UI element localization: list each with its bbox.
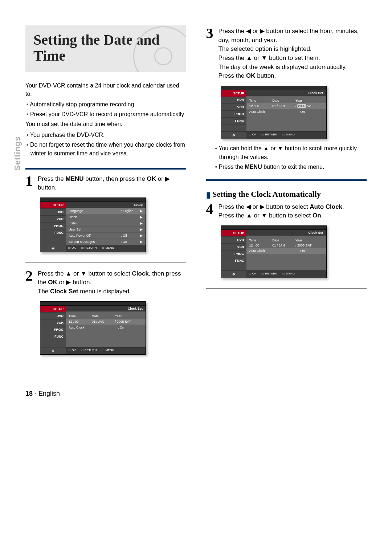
page-number: 18	[25, 390, 33, 397]
title-box: Setting the Date and Time	[25, 25, 186, 72]
step-number: 2	[25, 269, 34, 296]
step-number: 3	[206, 27, 215, 81]
step-text: Press the ▲ or ▼ button to select Clock,…	[38, 269, 186, 296]
intro2-bullet: You purchase the DVD-VCR.	[30, 131, 186, 139]
intro2-bullet: Do not forget to reset the time when you…	[30, 140, 186, 158]
osd-sidebar-item: PROG	[40, 223, 66, 229]
osd-setup-screenshot: SETUP DVD VCR PROG FUNC Setup Language: …	[40, 197, 146, 252]
divider	[206, 179, 367, 181]
step-2: 2 Press the ▲ or ▼ button to select Cloc…	[25, 269, 186, 296]
osd-header: Setup	[66, 202, 146, 208]
subheading: Setting the Clock Automatically	[206, 190, 367, 200]
osd-row: Language: English▶	[66, 208, 146, 214]
intro-text: Your DVD-VCR contains a 24-hour clock an…	[25, 81, 186, 98]
step-1: 1 Press the MENU button, then press the …	[25, 175, 186, 192]
left-column: Setting the Date and Time Your DVD-VCR c…	[25, 25, 186, 372]
intro-bullet: Preset your DVD-VCR to record a programm…	[30, 110, 186, 119]
intro2-text: You must set the date and time when:	[25, 120, 186, 128]
osd-sidebar-item: VCR	[40, 216, 66, 223]
section-tab: Settings	[13, 136, 22, 171]
step3-note: Press the MENU button to exit the menu.	[219, 163, 367, 171]
step-number: 1	[25, 175, 34, 192]
divider-thin	[25, 365, 186, 365]
step-text: Press the ◀ or ▶ button to select the ho…	[219, 27, 367, 81]
osd-bottom-bar: OKRETURNMENU	[66, 245, 146, 252]
step-3: 3 Press the ◀ or ▶ button to select the …	[206, 27, 367, 81]
step-4: 4 Press the ◀ or ▶ button to select Auto…	[206, 203, 367, 220]
step-text: Press the MENU button, then press the OK…	[38, 175, 186, 192]
osd-clock-screenshot-4: SETUP DVD VCR PROG FUNC Clock Set TimeDa…	[221, 225, 327, 278]
divider	[25, 168, 186, 170]
right-column: 3 Press the ◀ or ▶ button to select the …	[206, 25, 367, 372]
divider-thin	[206, 288, 367, 289]
osd-sidebar-item: DVD	[40, 209, 66, 216]
footer-lang: English	[38, 390, 60, 397]
step-number: 4	[206, 203, 215, 220]
nav-icon: ✥	[40, 245, 66, 252]
osd-clock-screenshot-3: SETUP DVD VCR PROG FUNC Clock Set TimeDa…	[221, 86, 327, 139]
step3-note: You can hold the ▲ or ▼ button to scroll…	[219, 144, 367, 162]
step-text: Press the ◀ or ▶ button to select Auto C…	[219, 203, 344, 220]
page-footer: 18 - English	[25, 390, 367, 398]
osd-sidebar-item: FUNC	[40, 229, 66, 236]
divider-thin	[25, 262, 186, 263]
osd-sidebar-item: SETUP	[40, 202, 66, 209]
intro-bullet: Automatically stop programme recording	[30, 100, 186, 109]
osd-row: Clock▶	[66, 214, 146, 220]
osd-clock-screenshot: SETUP DVD VCR PROG FUNC Clock Set TimeDa…	[40, 301, 146, 355]
